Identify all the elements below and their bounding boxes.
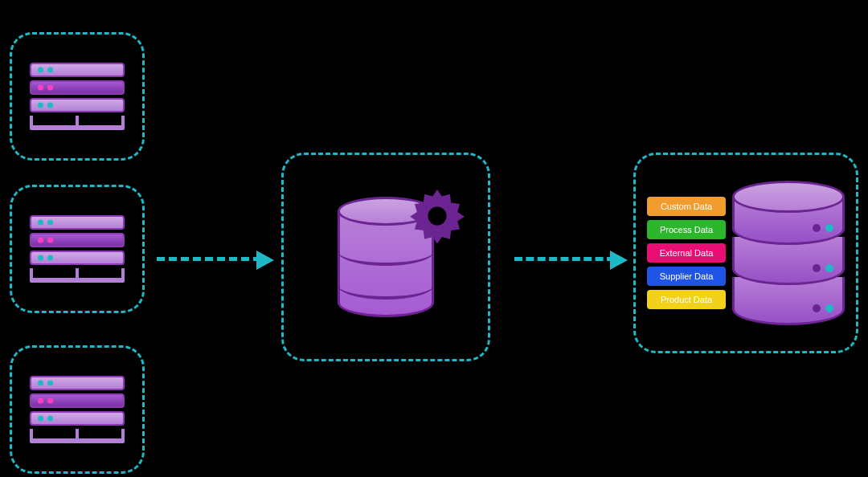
- source-box-3: [10, 345, 145, 474]
- source-box-1: [10, 32, 145, 161]
- server-rack-icon: [30, 376, 125, 443]
- processing-box: [281, 153, 490, 361]
- data-label-list: Custom Data Process Data External Data S…: [647, 197, 726, 309]
- arrow-sources-to-processing: [157, 257, 261, 261]
- gear-icon: [408, 187, 466, 245]
- arrow-processing-to-destination: [514, 257, 615, 261]
- data-label: Supplier Data: [647, 267, 726, 286]
- data-label: Custom Data: [647, 197, 726, 216]
- destination-box: Custom Data Process Data External Data S…: [633, 153, 858, 353]
- server-rack-icon: [30, 215, 125, 283]
- data-label: Product Data: [647, 290, 726, 309]
- data-label: Process Data: [647, 220, 726, 239]
- server-rack-icon: [30, 63, 125, 130]
- data-label: External Data: [647, 243, 726, 263]
- database-gear-icon: [338, 197, 434, 317]
- database-icon: [732, 181, 845, 325]
- svg-point-0: [428, 206, 446, 225]
- source-box-2: [10, 185, 145, 313]
